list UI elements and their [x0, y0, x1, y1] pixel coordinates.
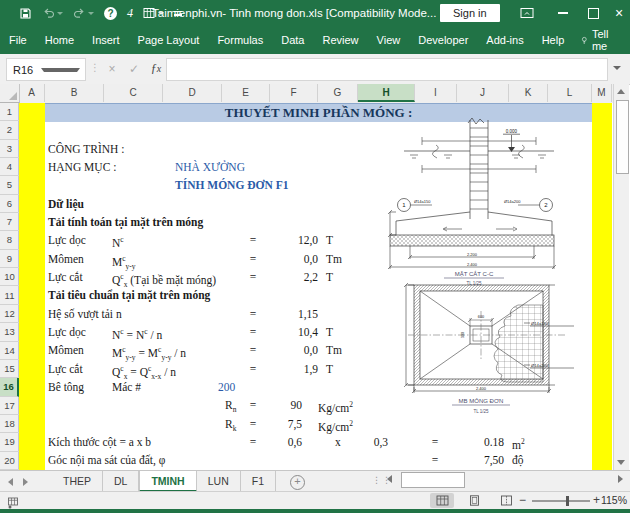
row-header-20[interactable]: 20 — [0, 452, 19, 470]
row-header-11[interactable]: 11 — [0, 287, 19, 305]
sheet-tab-tminh[interactable]: TMINH — [139, 471, 196, 492]
expand-formula-bar-icon[interactable] — [613, 66, 621, 70]
cell-unit[interactable]: Kg/cm2 — [318, 396, 353, 414]
cell-label[interactable]: Mômen — [48, 341, 84, 359]
ribbon-tab-view[interactable]: View — [368, 26, 410, 54]
cell-value[interactable]: 0.18 — [460, 433, 504, 451]
zoom-slider[interactable] — [532, 500, 590, 502]
column-header-A[interactable]: A — [19, 84, 45, 102]
column-header-D[interactable]: D — [163, 84, 222, 102]
cell-unit[interactable]: Tm — [326, 341, 342, 359]
redo-dropdown-icon[interactable] — [88, 12, 94, 15]
cell-value[interactable]: 7,5 — [252, 415, 302, 433]
page-layout-view-icon[interactable] — [462, 493, 486, 508]
cell-formula[interactable]: Nc — [112, 231, 124, 249]
ribbon-tab-file[interactable]: File — [0, 26, 36, 54]
column-header-F[interactable]: F — [270, 84, 318, 102]
cell-unit[interactable]: m2 — [512, 433, 525, 451]
column-header-M[interactable]: M — [592, 84, 612, 102]
ribbon-tab-home[interactable]: Home — [36, 26, 83, 54]
scroll-up-icon[interactable] — [617, 89, 625, 94]
ribbon-tab-data[interactable]: Data — [272, 26, 313, 54]
cell-value[interactable]: 7,50 — [460, 451, 504, 469]
cell-tai-tinh-toan[interactable]: Tải tính toán tại mặt trên móng — [48, 213, 203, 231]
cell-tinh-mong[interactable]: TÍNH MÓNG ĐƠN F1 — [175, 176, 288, 194]
cell-label[interactable]: Bê tông — [48, 378, 84, 396]
column-header-E[interactable]: E — [222, 84, 270, 102]
cell-value[interactable]: 12,0 — [268, 231, 318, 249]
share-button[interactable]: Share — [621, 34, 630, 47]
cell-hangmuc[interactable]: HẠNG MỤC : — [48, 158, 116, 176]
cell-formula[interactable]: Mcy-y = Mcy-y / n — [112, 341, 186, 359]
name-box-dropdown-icon[interactable] — [41, 68, 81, 72]
row-header-5[interactable]: 5 — [0, 176, 19, 194]
cell-label[interactable]: Hệ số vượt tải n — [48, 305, 122, 323]
cell-label[interactable]: Lực cắt — [48, 360, 83, 378]
ribbon-tab-help[interactable]: Help — [533, 26, 574, 54]
zoom-level[interactable]: 115% — [601, 492, 627, 509]
undo-dropdown-icon[interactable] — [57, 12, 63, 15]
row-header-14[interactable]: 14 — [0, 342, 19, 360]
enter-icon[interactable]: ✓ — [124, 58, 144, 79]
cell-value[interactable]: 0,0 — [268, 250, 318, 268]
cell-eq[interactable]: = — [428, 451, 442, 469]
zoom-in-icon[interactable]: + — [593, 492, 600, 509]
cell-unit[interactable]: T — [326, 360, 333, 378]
column-header-G[interactable]: G — [318, 84, 358, 102]
insert-function-icon[interactable]: ƒx — [146, 58, 166, 79]
column-header-I[interactable]: I — [415, 84, 457, 102]
cell-eq[interactable]: = — [428, 433, 442, 451]
normal-view-icon[interactable] — [430, 493, 454, 508]
row-header-8[interactable]: 8 — [0, 231, 19, 249]
scroll-right-icon[interactable] — [618, 475, 623, 483]
zoom-slider-thumb[interactable] — [566, 496, 569, 506]
horizontal-scrollbar[interactable] — [385, 472, 625, 488]
cell-value[interactable]: 200 — [218, 378, 235, 396]
cell-times[interactable]: x — [335, 433, 341, 451]
row-header-16[interactable]: 16 — [0, 378, 19, 396]
column-header-B[interactable]: B — [45, 84, 104, 102]
formula-input[interactable] — [166, 58, 608, 81]
select-all-corner[interactable] — [0, 84, 20, 103]
cell-label[interactable]: Mômen — [48, 250, 84, 268]
row-header-19[interactable]: 19 — [0, 433, 19, 451]
cell-unit[interactable]: T — [326, 268, 333, 286]
cell-value[interactable]: 0,3 — [358, 433, 388, 451]
row-header-4[interactable]: 4 — [0, 158, 19, 176]
minimize-button[interactable] — [548, 0, 578, 26]
row-header-3[interactable]: 3 — [0, 140, 19, 158]
help-icon[interactable]: ? — [99, 0, 122, 26]
cell-tai-tieu-chuan[interactable]: Tải tiêu chuẩn tại mặt trên móng — [48, 286, 210, 304]
tab-scroll-right-icon[interactable] — [23, 478, 28, 486]
cell-formula[interactable]: Nc = Nc / n — [112, 323, 162, 341]
cell-label[interactable]: Lực dọc — [48, 323, 86, 341]
vertical-scroll-thumb[interactable] — [616, 100, 629, 174]
cell-du-lieu[interactable]: Dữ liệu — [48, 195, 84, 213]
scroll-down-icon[interactable] — [617, 460, 625, 465]
cell-eq[interactable]: = — [246, 250, 260, 268]
row-header-6[interactable]: 6 — [0, 195, 19, 213]
row-header-13[interactable]: 13 — [0, 323, 19, 341]
cell-label[interactable]: Lực cắt — [48, 268, 83, 286]
sheet-grid[interactable]: THUYẾT MINH PHẦN MÓNG : CÔNG TRÌNH : HẠN… — [0, 103, 613, 470]
redo-icon[interactable] — [68, 0, 99, 26]
cell-sym[interactable]: Rn — [225, 396, 236, 414]
cell-unit[interactable]: T — [326, 323, 333, 341]
cell-eq[interactable]: = — [246, 268, 260, 286]
scroll-left-icon[interactable] — [387, 475, 392, 483]
tell-me-button[interactable]: Tell me — [573, 28, 621, 52]
cell-value[interactable]: 0,6 — [252, 433, 302, 451]
cell-unit[interactable]: Tm — [326, 250, 342, 268]
save-icon[interactable] — [14, 0, 37, 26]
new-sheet-icon[interactable]: + — [290, 475, 305, 490]
sign-in-button[interactable]: Sign in — [440, 4, 500, 22]
row-header-10[interactable]: 10 — [0, 268, 19, 286]
cell-eq[interactable]: = — [246, 323, 260, 341]
cell-formula[interactable]: Mcy-y — [112, 250, 136, 268]
undo-icon[interactable] — [37, 0, 68, 26]
cell-formula[interactable]: Qcx (Tại bề mặt móng) — [112, 268, 216, 286]
row-header-12[interactable]: 12 — [0, 305, 19, 323]
sheet-tab-dl[interactable]: DL — [103, 471, 139, 492]
cell-congtrinh[interactable]: CÔNG TRÌNH : — [48, 140, 124, 158]
page-break-view-icon[interactable] — [494, 493, 518, 508]
